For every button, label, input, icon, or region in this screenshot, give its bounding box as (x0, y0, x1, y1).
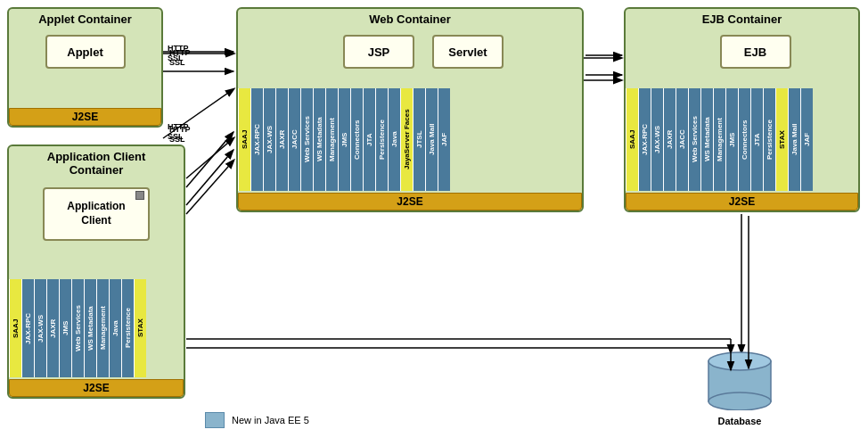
ejb-box: EJB (720, 35, 791, 69)
http-ssl-text-2: HTTP (168, 122, 189, 131)
svg-line-7 (186, 161, 233, 214)
stax-label-ejb: STAX (775, 88, 788, 191)
web-j2se-bar: J2SE (238, 193, 582, 211)
diagram-area: HTTP SSL HTTP SSL Applet Container (0, 0, 868, 446)
ejb-j2se-bar: J2SE (626, 193, 858, 211)
svg-text:HTTP: HTTP (169, 125, 191, 134)
svg-text:SSL: SSL (169, 58, 185, 67)
app-client-container: Application ClientContainer ApplicationC… (7, 145, 185, 399)
servlet-box: Servlet (432, 35, 504, 69)
web-services-label-web: Web Services (300, 88, 313, 191)
svg-text:SSL: SSL (169, 135, 185, 144)
web-container: Web Container JSP Servlet SAAJ JAX-RPC J… (236, 7, 584, 212)
svg-text:SSL: SSL (168, 54, 184, 62)
jms-label-web: JMS (338, 88, 350, 191)
jacc-label-ejb: JACC (676, 88, 688, 191)
connectors-label-ejb: Connectors (738, 88, 750, 191)
ejb-inner-boxes: EJB (652, 35, 858, 69)
jax-rpc-label-ac: JAX-RPC (21, 279, 34, 377)
svg-text:HTTP: HTTP (169, 48, 191, 57)
ejb-container-title: EJB Container (626, 9, 858, 28)
app-client-label: ApplicationClient (67, 200, 125, 227)
jax-rpc-label-web: JAX-RPC (250, 88, 263, 191)
persistence-label-ejb: Persistence (763, 88, 775, 191)
applet-inner-box: Applet (45, 35, 126, 69)
persistence-label-web: Persistence (375, 88, 388, 191)
web-inner-boxes: JSP Servlet (265, 35, 582, 69)
applet-label: Applet (67, 45, 102, 59)
javaserver-faces-label-web: JayaServer Faces (400, 88, 413, 191)
ac-to-db-arrow (186, 348, 731, 370)
ac-to-web-arrow-1 (186, 132, 233, 187)
legend-text: New in Java EE 5 (232, 415, 309, 425)
management-label-web: Management (325, 88, 338, 191)
jax-ws-label-ejb: JAX-WS (651, 88, 663, 191)
connectors-label-web: Connectors (350, 88, 363, 191)
app-client-j2se-bar: J2SE (9, 379, 184, 397)
jax-rpc-label-ejb: JAX-RPC (638, 88, 651, 191)
web-services-label-ac: Web Services (71, 279, 84, 377)
jaf-label-ejb: JAF (800, 88, 813, 191)
persistence-label-ac: Persistence (121, 279, 134, 377)
jaxr-label-ac: JAXR (46, 279, 59, 377)
java-label-ac: Java (109, 279, 121, 377)
database-cylinder (704, 348, 775, 410)
jms-label-ejb: JMS (725, 88, 738, 191)
java-label-web: Java (388, 88, 400, 191)
java-mail-label-ejb: Java Mail (788, 88, 800, 191)
servlet-label: Servlet (448, 45, 487, 59)
svg-line-6 (163, 89, 233, 138)
jtsl-label-web: JTSL (413, 88, 425, 191)
app-client-container-title: Application ClientContainer (9, 146, 184, 178)
ejb-label: EJB (744, 45, 766, 59)
svg-point-15 (708, 352, 771, 370)
applet-container: Applet Container Applet J2SE (7, 7, 163, 128)
ws-metadata-label-ejb: WS Metadata (700, 88, 713, 191)
management-label-ejb: Management (713, 88, 725, 191)
jacc-label-web: JACC (288, 88, 300, 191)
legend: New in Java EE 5 (205, 412, 309, 428)
jaxr-label-web: JAXR (275, 88, 288, 191)
ejb-container: EJB Container EJB SAAJ JAX-RPC JAX-WS JA… (624, 7, 860, 212)
saaj-label-ac: SAAJ (9, 279, 21, 377)
management-label-ac: Management (96, 279, 109, 377)
jsp-box: JSP (343, 35, 414, 69)
jaxr-label-ejb: JAXR (663, 88, 676, 191)
jsp-label: JSP (368, 45, 390, 59)
jax-ws-label-ac: JAX-WS (34, 279, 46, 377)
saaj-label-web: SAAJ (238, 88, 250, 191)
app-client-labels-strip: SAAJ JAX-RPC JAX-WS JAXR JMS Web Service… (9, 279, 184, 377)
ejb-labels-strip: SAAJ JAX-RPC JAX-WS JAXR JACC Web Servic… (626, 88, 858, 191)
jta-label-web: JTA (363, 88, 375, 191)
svg-line-5 (186, 138, 233, 178)
web-container-title: Web Container (238, 9, 582, 28)
ws-metadata-label-web: WS Metadata (313, 88, 325, 191)
svg-text:SSL: SSL (168, 132, 184, 141)
stax-label-ac: STAX (134, 279, 146, 377)
ws-metadata-label-ac: WS Metadata (84, 279, 96, 377)
jms-label-ac: JMS (59, 279, 71, 377)
web-labels-strip: SAAJ JAX-RPC JAX-WS JAXR JACC Web Servic… (238, 88, 582, 191)
jaf-label-web: JAF (438, 88, 450, 191)
legend-box (205, 412, 225, 428)
app-client-icon (135, 191, 144, 200)
app-client-inner-box: ApplicationClient (43, 187, 150, 241)
jax-ws-label-web: JAX-WS (263, 88, 275, 191)
web-services-label-ejb: Web Services (688, 88, 700, 191)
http-ssl-text-1: HTTP (168, 44, 189, 53)
database-label: Database (704, 416, 775, 426)
jta-label-ejb: JTA (750, 88, 763, 191)
svg-point-14 (708, 392, 771, 410)
database-box: Database (704, 348, 775, 410)
ac-to-web-arrow-2 (186, 150, 233, 205)
applet-j2se-bar: J2SE (9, 108, 161, 126)
applet-container-title: Applet Container (9, 9, 161, 28)
java-mail-label-web: Java Mail (425, 88, 438, 191)
saaj-label-ejb: SAAJ (626, 88, 638, 191)
